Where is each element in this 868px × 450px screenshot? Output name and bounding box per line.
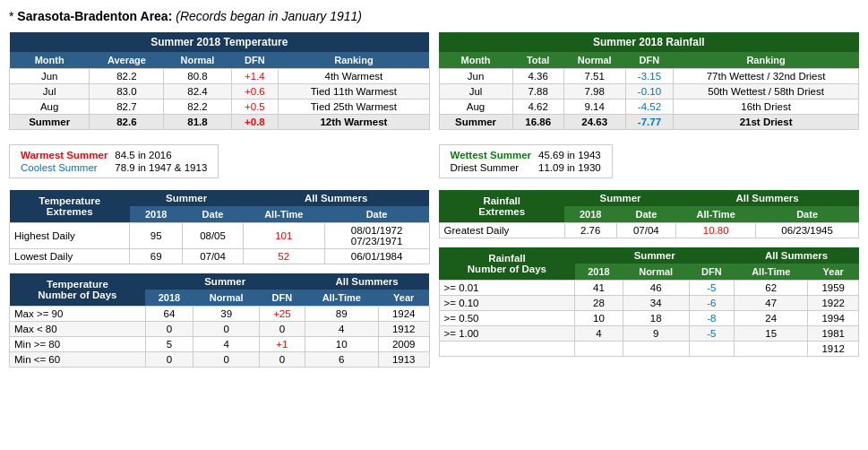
rain-days-dfn: -5 <box>689 281 734 296</box>
temp-normal: 82.2 <box>164 100 231 115</box>
temp-average: 82.6 <box>90 115 164 130</box>
temp-col-ranking: Ranking <box>279 52 429 69</box>
temp-days-dfn: 0 <box>260 322 305 337</box>
rain-total: 7.88 <box>512 84 563 100</box>
rain-table-title: Summer 2018 Rainfall <box>439 32 859 52</box>
temp-table-section: Summer 2018 Temperature Month Average No… <box>9 32 430 130</box>
temp-days-s2018: 0 <box>145 352 193 368</box>
rain-ext-2018: 2018 <box>564 206 616 223</box>
rain-days-label: >= 0.10 <box>439 296 575 311</box>
temp-ext-alltime-val: 52 <box>243 249 324 264</box>
temp-extremes-section: TemperatureExtremes Summer All Summers 2… <box>9 190 430 264</box>
rain-ranking: 21st Driest <box>674 115 859 130</box>
rain-total: 4.36 <box>512 69 563 84</box>
rain-ext-alltime: All-Time <box>676 206 756 223</box>
rain-days-alltime-val: 15 <box>735 326 808 342</box>
temp-extremes-table: TemperatureExtremes Summer All Summers 2… <box>9 190 430 264</box>
temp-days-normal: 4 <box>193 337 260 352</box>
rain-col-ranking: Ranking <box>674 52 859 69</box>
rain-ext-alltime-val: 10.80 <box>676 223 756 238</box>
rain-days-normal: 34 <box>623 296 689 311</box>
rain-days-s2018: 28 <box>575 296 623 311</box>
rain-days-dfn <box>689 342 734 357</box>
temp-days-2018: 2018 <box>145 290 193 307</box>
warmest-label: Warmest Summer <box>17 149 111 161</box>
rain-days-year-val: 1922 <box>808 296 859 311</box>
temp-month: Jun <box>10 69 90 84</box>
temp-days-normal: 0 <box>193 322 260 337</box>
temp-days-normal: 0 <box>193 352 260 368</box>
rain-days-label: >= 1.00 <box>439 326 575 342</box>
rain-days-s2018: 4 <box>575 326 623 342</box>
temp-days-dfn: 0 <box>260 352 305 368</box>
temp-records-table: Warmest Summer 84.5 in 2016 Coolest Summ… <box>17 149 211 174</box>
temp-average: 83.0 <box>90 84 164 100</box>
rain-days-dfn: -6 <box>689 296 734 311</box>
temp-ranking: Tied 11th Warmest <box>279 84 429 100</box>
temp-ranking: 12th Warmest <box>279 115 429 130</box>
temp-days-alltime-val: 89 <box>305 307 378 322</box>
temp-month: Aug <box>10 100 90 115</box>
temp-days-section: TemperatureNumber of Days Summer All Sum… <box>9 273 430 368</box>
temp-ext-alltime-date: 08/01/197207/23/1971 <box>324 223 429 249</box>
rain-days-normal: Normal <box>623 264 689 281</box>
temp-days-dfn: +25 <box>260 307 305 322</box>
driest-value: 11.09 in 1930 <box>535 161 605 174</box>
rain-days-year-val: 1912 <box>808 342 859 357</box>
temp-days-s2018: 64 <box>145 307 193 322</box>
rain-days-dfn: -5 <box>689 326 734 342</box>
rain-days-normal <box>623 342 689 357</box>
rain-normal: 7.98 <box>563 84 625 100</box>
rain-ext-col-label: RainfallExtremes <box>439 190 564 223</box>
rain-dfn: -0.10 <box>625 84 674 100</box>
rain-month: Jun <box>439 69 512 84</box>
temp-days-label: Max < 80 <box>10 322 146 337</box>
rain-days-year-val: 1959 <box>808 281 859 296</box>
page-header: * Sarasota-Bradenton Area: (Records bega… <box>9 9 859 23</box>
rain-month: Jul <box>439 84 512 100</box>
rain-days-alltime: All-Time <box>735 264 808 281</box>
temp-ext-date: 07/04 <box>183 249 244 264</box>
rain-ext-date2: Date <box>756 206 859 223</box>
temp-days-alltime-val: 6 <box>305 352 378 368</box>
temp-ext-col-summer: Summer <box>130 190 244 206</box>
header-subtitle: (Records began in January 1911) <box>176 9 362 23</box>
temp-ext-date2: Date <box>324 206 429 223</box>
temp-days-alltime-val: 4 <box>305 322 378 337</box>
rain-days-normal: 9 <box>623 326 689 342</box>
temp-days-normal: Normal <box>193 290 260 307</box>
rain-ranking: 16th Driest <box>674 100 859 115</box>
temp-days-label: Min <= 60 <box>10 352 146 368</box>
rain-total: 16.86 <box>512 115 563 130</box>
temp-days-dfn: DFN <box>260 290 305 307</box>
warmest-value: 84.5 in 2016 <box>111 149 211 161</box>
temp-average: 82.7 <box>90 100 164 115</box>
temp-ext-alltime: All-Time <box>243 206 324 223</box>
rain-col-month: Month <box>439 52 512 69</box>
rain-table: Summer 2018 Rainfall Month Total Normal … <box>439 32 860 130</box>
rain-days-alltime-val: 62 <box>735 281 808 296</box>
temp-days-col-allsummers: All Summers <box>305 273 429 290</box>
temp-days-year: Year <box>378 290 429 307</box>
rain-days-dfn: DFN <box>689 264 734 281</box>
temp-days-year-val: 2009 <box>378 337 429 352</box>
temp-days-alltime-val: 10 <box>305 337 378 352</box>
temp-days-s2018: 0 <box>145 322 193 337</box>
temp-col-dfn: DFN <box>231 52 279 69</box>
temp-ext-date: 08/05 <box>183 223 244 249</box>
coolest-value: 78.9 in 1947 & 1913 <box>111 161 211 174</box>
coolest-label: Coolest Summer <box>17 161 111 174</box>
temp-ext-label: Highest Daily <box>10 223 130 249</box>
temp-days-label: Min >= 80 <box>10 337 146 352</box>
rain-normal: 9.14 <box>563 100 625 115</box>
temp-days-year-val: 1924 <box>378 307 429 322</box>
rain-dfn: -7.77 <box>625 115 674 130</box>
temp-ext-alltime-date: 06/01/1984 <box>324 249 429 264</box>
temp-days-table: TemperatureNumber of Days Summer All Sum… <box>9 273 430 368</box>
temp-ext-s2018: 69 <box>130 249 183 264</box>
rain-extremes-section: RainfallExtremes Summer All Summers 2018… <box>439 190 860 238</box>
temp-records-box: Warmest Summer 84.5 in 2016 Coolest Summ… <box>9 144 219 178</box>
rain-table-section: Summer 2018 Rainfall Month Total Normal … <box>439 32 860 130</box>
rain-ext-alltime-date: 06/23/1945 <box>756 223 859 238</box>
rain-days-label <box>439 342 575 357</box>
